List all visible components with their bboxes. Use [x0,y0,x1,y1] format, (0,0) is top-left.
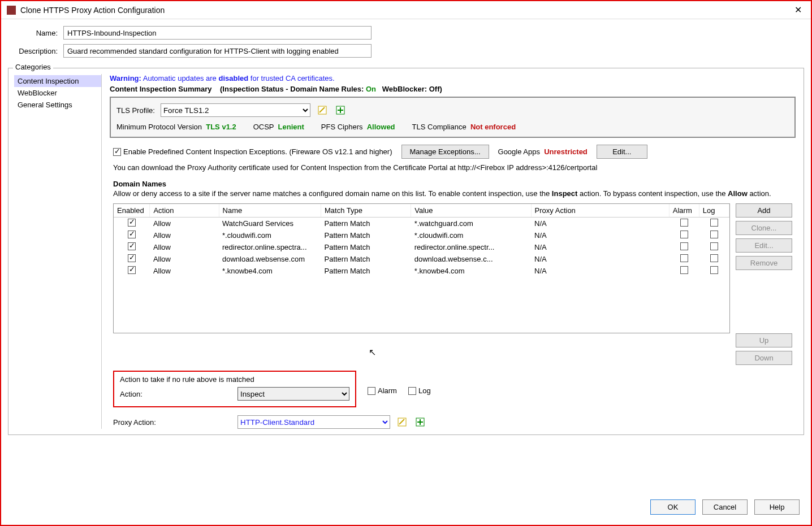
tls-compliance-value: Not enforced [470,123,516,131]
row-name: redirector.online.spectra... [219,241,321,253]
col-action[interactable]: Action [150,204,219,218]
no-match-heading: Action to take if no rule above is match… [120,375,349,384]
row-value: *.cloudwifi.com [411,229,531,241]
help-button[interactable]: Help [754,499,800,515]
categories-legend: Categories [13,63,53,71]
edit-tls-profile-icon[interactable] [316,104,329,116]
row-value: *.knowbe4.com [411,265,531,277]
proxy-action-select[interactable]: HTTP-Client.Standard [237,415,390,429]
manage-exceptions-button[interactable]: Manage Exceptions... [401,145,489,159]
sidebar-item-content-inspection[interactable]: Content Inspection [14,75,101,87]
row-name: download.websense.com [219,253,321,265]
min-proto-value: TLS v1.2 [206,123,236,131]
row-enabled-checkbox[interactable] [128,266,136,274]
row-proxy: N/A [531,218,669,230]
close-icon[interactable]: ✕ [791,5,805,15]
row-alarm-checkbox[interactable] [680,231,688,238]
google-apps-edit-button[interactable]: Edit... [597,145,647,159]
tls-profile-select[interactable]: Force TLS1.2 [161,103,310,117]
col-match[interactable]: Match Type [321,204,411,218]
col-name[interactable]: Name [219,204,321,218]
table-row[interactable]: Allowdownload.websense.comPattern Matchd… [114,253,729,265]
no-match-action-select[interactable]: Inspect [237,387,349,401]
summary-heading: Content Inspection Summary [110,85,212,93]
dn-kw-inspect: Inspect [552,189,578,198]
row-enabled-checkbox[interactable] [128,242,136,250]
row-action: Allow [150,253,219,265]
up-button[interactable]: Up [736,333,792,347]
row-log-checkbox[interactable] [710,254,718,262]
row-enabled-checkbox[interactable] [128,254,136,262]
row-alarm-checkbox[interactable] [680,254,688,262]
dn-desc-c: action. [748,189,771,198]
row-match: Pattern Match [321,229,411,241]
tls-profile-label: TLS Profile: [116,106,155,115]
proxy-action-label: Proxy Action: [113,418,232,427]
table-side-buttons: Add Clone... Edit... Remove Up Down [736,203,792,365]
col-value[interactable]: Value [411,204,531,218]
enable-exceptions-checkbox[interactable] [113,148,121,156]
dn-kw-allow: Allow [728,189,748,198]
row-value: redirector.online.spectr... [411,241,531,253]
table-row[interactable]: AllowWatchGuard ServicesPattern Match*.w… [114,218,729,230]
sidebar-item-webblocker[interactable]: WebBlocker [14,87,101,99]
ocsp-value: Lenient [278,123,304,131]
no-match-alarm-checkbox[interactable] [368,387,375,395]
col-proxy[interactable]: Proxy Action [531,204,669,218]
row-log-checkbox[interactable] [710,242,718,250]
domain-names-table[interactable]: Enabled Action Name Match Type Value Pro… [113,203,730,333]
description-label: Description: [12,47,63,55]
add-tls-profile-icon[interactable] [334,104,347,116]
col-log[interactable]: Log [699,204,729,218]
table-row[interactable]: Allowredirector.online.spectra...Pattern… [114,241,729,253]
ok-button[interactable]: OK [650,499,696,515]
row-log-checkbox[interactable] [710,219,718,227]
row-value: download.websense.c... [411,253,531,265]
sidebar-item-general-settings[interactable]: General Settings [14,99,101,111]
tls-summary-box: TLS Profile: Force TLS1.2 Minimum Protoc… [110,97,796,138]
name-input[interactable] [63,26,372,40]
row-log-checkbox[interactable] [710,266,718,274]
table-row[interactable]: Allow*.cloudwifi.comPattern Match*.cloud… [114,229,729,241]
row-proxy: N/A [531,229,669,241]
table-row[interactable]: Allow*.knowbe4.comPattern Match*.knowbe4… [114,265,729,277]
warning-line: Warning: Automatic updates are disabled … [110,74,796,82]
dialog-buttons: OK Cancel Help [650,499,800,515]
row-name: WatchGuard Services [219,218,321,230]
edit-button[interactable]: Edit... [736,238,792,253]
domain-names-desc: Allow or deny access to a site if the se… [113,189,792,198]
summary-dnr-status: On [366,85,376,93]
no-match-log-checkbox[interactable] [408,387,416,395]
add-proxy-action-icon[interactable] [414,416,426,428]
row-match: Pattern Match [321,241,411,253]
ocsp-label: OCSP [253,123,274,131]
summary-wb-label: WebBlocker: [382,85,427,93]
col-alarm[interactable]: Alarm [669,204,699,218]
content-inspection-panel: Warning: Automatic updates are disabled … [107,74,798,429]
row-alarm-checkbox[interactable] [680,219,688,227]
col-enabled[interactable]: Enabled [114,204,150,218]
row-log-checkbox[interactable] [710,231,718,238]
clone-button[interactable]: Clone... [736,221,792,235]
no-match-log-label: Log [418,386,431,395]
add-button[interactable]: Add [736,203,792,218]
description-input[interactable] [63,44,372,58]
row-name: *.knowbe4.com [219,265,321,277]
pfs-label: PFS Ciphers [321,123,363,131]
remove-button[interactable]: Remove [736,256,792,270]
domain-names-heading: Domain Names [113,180,792,188]
dialog-frame: Clone HTTPS Proxy Action Configuration ✕… [0,0,812,526]
row-alarm-checkbox[interactable] [680,242,688,250]
edit-proxy-action-icon[interactable] [396,416,408,428]
min-proto-label: Minimum Protocol Version [116,123,202,131]
window-title: Clone HTTPS Proxy Action Configuration [20,6,791,15]
cancel-button[interactable]: Cancel [702,499,748,515]
row-alarm-checkbox[interactable] [680,266,688,274]
down-button[interactable]: Down [736,351,792,365]
row-name: *.cloudwifi.com [219,229,321,241]
warning-bold: disabled [218,74,248,82]
row-enabled-checkbox[interactable] [128,231,136,238]
google-apps-label: Google Apps [498,147,540,156]
row-enabled-checkbox[interactable] [128,219,136,227]
no-match-box: Action to take if no rule above is match… [113,371,356,407]
